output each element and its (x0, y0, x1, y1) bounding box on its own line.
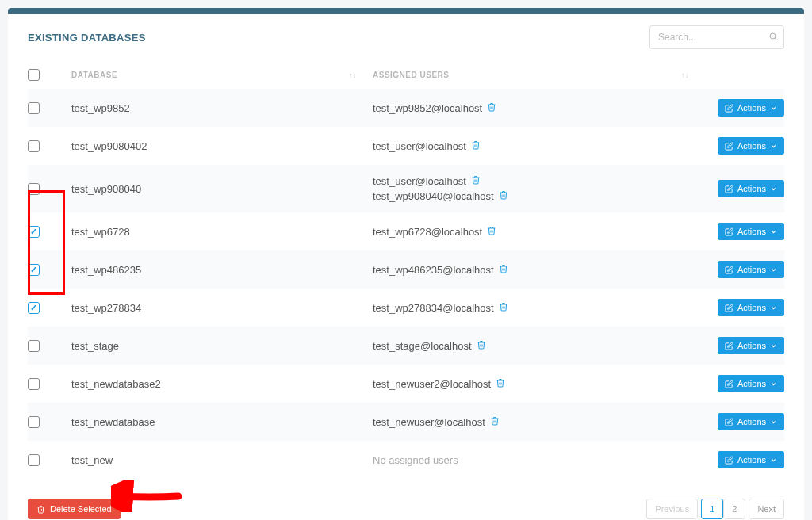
select-all-checkbox[interactable] (28, 69, 40, 81)
database-name: test_wp486235 (71, 264, 141, 276)
actions-button[interactable]: Actions (718, 223, 784, 240)
actions-label: Actions (737, 184, 766, 193)
row-checkbox[interactable] (28, 264, 40, 276)
database-name: test_newdatabase (71, 416, 155, 428)
actions-button[interactable]: Actions (718, 299, 784, 316)
row-checkbox[interactable] (28, 454, 40, 466)
column-header-users[interactable]: ASSIGNED USERS (373, 71, 449, 79)
databases-panel: EXISTING DATABASES DATABASE ↑↓ ASSIGNED … (8, 8, 804, 520)
search-icon (768, 30, 778, 44)
actions-button[interactable]: Actions (718, 375, 784, 392)
actions-button[interactable]: Actions (718, 137, 784, 155)
table-row: test_newdatabase2test_newuser2@localhost… (28, 365, 784, 403)
assigned-user: test_user@localhost (373, 140, 481, 152)
annotation-arrow (111, 480, 182, 512)
sort-icon[interactable]: ↑↓ (349, 71, 373, 79)
panel-accent-bar (8, 8, 804, 14)
trash-icon[interactable] (496, 378, 505, 390)
row-checkbox[interactable] (28, 340, 40, 352)
assigned-user: test_wp486235@localhost (373, 264, 508, 276)
delete-selected-button[interactable]: Delete Selected (28, 499, 121, 519)
row-checkbox[interactable] (28, 102, 40, 114)
no-assigned-users: No assigned users (373, 454, 458, 466)
actions-button[interactable]: Actions (718, 413, 784, 430)
actions-label: Actions (737, 303, 766, 312)
assigned-user: test_newuser@localhost (373, 416, 500, 428)
assigned-user-name: test_wp908040@localhost (373, 190, 494, 202)
svg-point-0 (770, 33, 776, 39)
actions-label: Actions (737, 379, 766, 388)
actions-label: Actions (737, 141, 766, 151)
actions-button[interactable]: Actions (718, 451, 784, 468)
table-footer: Delete Selected Previous 12 Next (8, 479, 804, 520)
table-row: test_wp486235test_wp486235@localhostActi… (28, 250, 784, 289)
trash-icon[interactable] (471, 140, 481, 152)
assigned-user-name: test_wp9852@localhost (373, 102, 482, 114)
database-name: test_new (71, 454, 113, 466)
pagination-next[interactable]: Next (749, 499, 784, 519)
panel-header: EXISTING DATABASES (8, 14, 804, 53)
row-checkbox[interactable] (28, 416, 40, 428)
database-name: test_wp9080402 (71, 140, 147, 152)
table-row: test_wp908040test_user@localhosttest_wp9… (28, 165, 784, 212)
assigned-user: test_wp278834@localhost (373, 302, 508, 314)
table-row: test_wp9852test_wp9852@localhostActions (28, 89, 784, 127)
actions-label: Actions (737, 341, 766, 350)
actions-label: Actions (737, 227, 766, 236)
trash-icon[interactable] (487, 102, 496, 114)
sort-icon[interactable]: ↑↓ (681, 71, 705, 79)
row-checkbox[interactable] (28, 302, 40, 314)
database-name: test_stage (71, 340, 119, 352)
delete-selected-label: Delete Selected (50, 504, 112, 514)
row-checkbox[interactable] (28, 378, 40, 390)
databases-table: DATABASE ↑↓ ASSIGNED USERS ↑↓ test_wp985… (8, 53, 804, 479)
assigned-user: test_wp9852@localhost (373, 102, 496, 114)
table-row: test_wp6728test_wp6728@localhostActions (28, 212, 784, 250)
trash-icon[interactable] (499, 302, 508, 314)
assigned-user-name: test_user@localhost (373, 175, 466, 187)
assigned-user-name: test_stage@localhost (373, 340, 472, 352)
table-row: test_newNo assigned usersActions (28, 441, 784, 479)
search-wrap (649, 25, 784, 49)
assigned-user-name: test_newuser@localhost (373, 416, 485, 428)
pagination-page[interactable]: 2 (723, 499, 745, 519)
search-input[interactable] (649, 25, 784, 49)
pagination-prev[interactable]: Previous (646, 499, 698, 519)
row-checkbox[interactable] (28, 226, 40, 238)
assigned-user: test_wp908040@localhost (373, 190, 508, 202)
trash-icon[interactable] (487, 226, 496, 238)
assigned-user: test_newuser2@localhost (373, 378, 505, 390)
table-row: test_stagetest_stage@localhostActions (28, 327, 784, 365)
database-name: test_wp9852 (71, 102, 130, 114)
actions-label: Actions (737, 417, 766, 426)
database-name: test_wp278834 (71, 302, 141, 314)
trash-icon[interactable] (490, 416, 500, 428)
assigned-user: test_stage@localhost (373, 340, 486, 352)
column-header-database[interactable]: DATABASE (71, 71, 117, 79)
row-checkbox[interactable] (28, 140, 40, 152)
table-body: test_wp9852test_wp9852@localhostActionst… (28, 89, 784, 479)
assigned-user-name: test_user@localhost (373, 140, 466, 152)
actions-button[interactable]: Actions (718, 180, 784, 197)
row-checkbox[interactable] (28, 183, 40, 195)
trash-icon[interactable] (499, 190, 508, 202)
database-name: test_newdatabase2 (71, 378, 161, 390)
pagination-page[interactable]: 1 (701, 499, 723, 519)
actions-label: Actions (737, 103, 766, 113)
assigned-user: test_user@localhost (373, 175, 481, 187)
table-row: test_newdatabasetest_newuser@localhostAc… (28, 403, 784, 441)
table-header-row: DATABASE ↑↓ ASSIGNED USERS ↑↓ (28, 61, 784, 89)
database-name: test_wp908040 (71, 183, 141, 195)
trash-icon[interactable] (477, 340, 486, 352)
actions-button[interactable]: Actions (718, 99, 784, 117)
assigned-user-name: test_wp486235@localhost (373, 264, 494, 276)
actions-button[interactable]: Actions (718, 261, 784, 278)
trash-icon[interactable] (471, 175, 481, 187)
page-title: EXISTING DATABASES (28, 32, 146, 44)
trash-icon[interactable] (499, 264, 508, 276)
assigned-user-name: test_wp6728@localhost (373, 226, 482, 238)
pagination: Previous 12 Next (646, 499, 784, 519)
actions-button[interactable]: Actions (718, 337, 784, 354)
database-name: test_wp6728 (71, 226, 130, 238)
assigned-user-name: test_newuser2@localhost (373, 378, 491, 390)
